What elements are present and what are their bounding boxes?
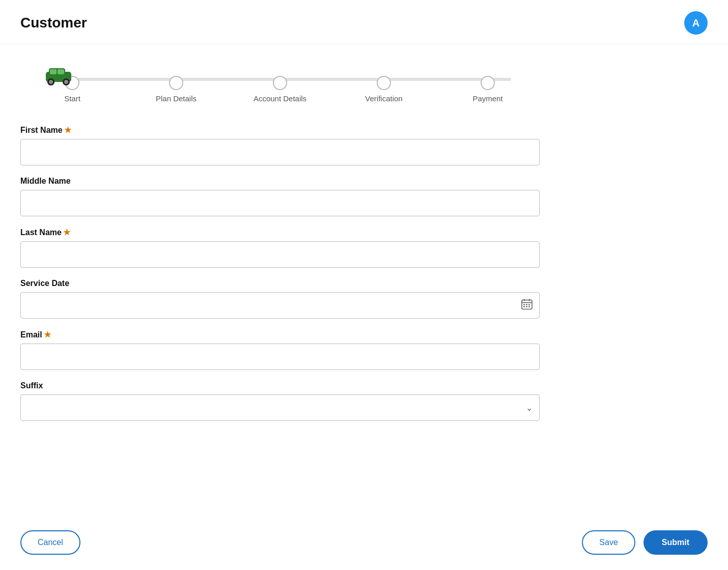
step-label-verification: Verification: [365, 94, 402, 103]
middle-name-label: Middle Name: [20, 177, 540, 186]
step-payment: Payment: [436, 70, 540, 103]
step-circle-plan: [169, 76, 183, 90]
suffix-group: Suffix Jr. Sr. II III IV ⌄: [20, 381, 540, 421]
last-name-label: Last Name★: [20, 227, 540, 237]
footer-right-buttons: Save Submit: [582, 530, 708, 555]
svg-point-5: [49, 80, 53, 84]
submit-button[interactable]: Submit: [643, 530, 708, 555]
step-label-account: Account Details: [254, 94, 306, 103]
email-group: Email★: [20, 330, 540, 370]
first-name-required-star: ★: [64, 126, 71, 134]
service-date-group: Service Date: [20, 279, 540, 319]
main-content: Start Plan Details Account Details Verif…: [0, 44, 560, 452]
service-date-label: Service Date: [20, 279, 540, 288]
step-circle-verification: [377, 76, 391, 90]
last-name-group: Last Name★: [20, 227, 540, 268]
header: Customer A: [0, 0, 728, 44]
step-plan-details: Plan Details: [124, 70, 228, 103]
service-date-input[interactable]: [20, 292, 540, 319]
first-name-group: First Name★: [20, 125, 540, 165]
email-required-star: ★: [44, 330, 51, 339]
first-name-input[interactable]: [20, 139, 540, 165]
suffix-select-wrapper: Jr. Sr. II III IV ⌄: [20, 394, 540, 421]
suffix-select[interactable]: Jr. Sr. II III IV: [20, 394, 540, 421]
svg-rect-2: [50, 69, 57, 74]
footer: Cancel Save Submit: [0, 515, 728, 570]
middle-name-group: Middle Name: [20, 177, 540, 216]
stepper-steps: Start Plan Details Account Details Verif…: [20, 70, 540, 103]
first-name-label: First Name★: [20, 125, 540, 135]
middle-name-input[interactable]: [20, 190, 540, 216]
step-label-start: Start: [64, 94, 80, 103]
save-button[interactable]: Save: [582, 530, 635, 555]
step-label-plan: Plan Details: [156, 94, 197, 103]
email-label: Email★: [20, 330, 540, 339]
step-account-details: Account Details: [228, 70, 332, 103]
service-date-wrapper: [20, 292, 540, 319]
email-input[interactable]: [20, 344, 540, 370]
car-icon: [42, 65, 75, 86]
svg-rect-3: [58, 69, 64, 74]
last-name-required-star: ★: [63, 228, 70, 237]
cancel-button[interactable]: Cancel: [20, 530, 80, 555]
progress-stepper: Start Plan Details Account Details Verif…: [20, 65, 540, 103]
last-name-input[interactable]: [20, 241, 540, 268]
step-circle-account: [273, 76, 287, 90]
svg-point-7: [64, 80, 68, 84]
page-title: Customer: [20, 15, 87, 31]
step-circle-payment: [481, 76, 495, 90]
account-details-form: First Name★ Middle Name Last Name★ Servi…: [20, 125, 540, 421]
avatar[interactable]: A: [684, 11, 708, 35]
step-label-payment: Payment: [472, 94, 502, 103]
suffix-label: Suffix: [20, 381, 540, 390]
step-verification: Verification: [332, 70, 436, 103]
